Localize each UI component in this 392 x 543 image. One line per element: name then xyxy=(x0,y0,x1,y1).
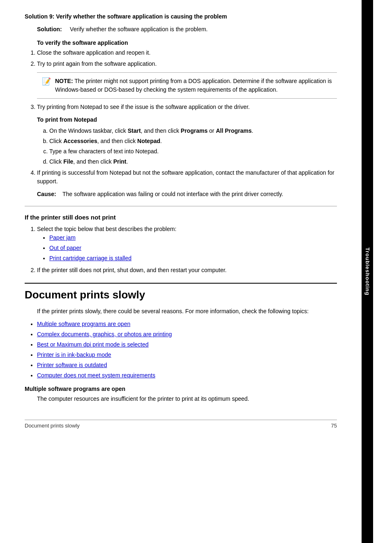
notepad-step-d: Click File, and then click Print. xyxy=(49,157,337,166)
printer-still-step2: If the printer still does not print, shu… xyxy=(37,266,337,275)
link-ink-backup: Printer is in ink-backup mode xyxy=(37,351,337,359)
link-carriage-stalled: Print cartridge carriage is stalled xyxy=(49,254,337,263)
link-software-outdated: Printer software is outdated xyxy=(37,361,337,370)
sidebar-tab: Troubleshooting xyxy=(362,0,373,543)
note-text: The printer might not support printing f… xyxy=(55,78,332,93)
solution9-solution-line: Solution: Verify whether the software ap… xyxy=(37,25,337,34)
print-notepad-heading: To print from Notepad xyxy=(37,116,337,124)
note-icon: 📝 xyxy=(42,76,52,94)
document-prints-heading: Document prints slowly xyxy=(25,283,337,301)
main-content: Solution 9: Verify whether the software … xyxy=(0,0,362,543)
cause-line: Cause: The software application was fail… xyxy=(37,190,337,199)
divider-1 xyxy=(25,206,337,206)
note-label: NOTE: xyxy=(55,78,73,84)
multiple-programs-heading: Multiple software programs are open xyxy=(25,386,337,392)
document-prints-links: Multiple software programs are open Comp… xyxy=(37,320,337,380)
verify-step-1: Close the software application and reope… xyxy=(37,49,337,57)
solution9-solution-text: Verify whether the software application … xyxy=(70,26,208,32)
link-best-max-dpi: Best or Maximum dpi print mode is select… xyxy=(37,340,337,349)
verify-subheading: To verify the software application xyxy=(37,39,337,46)
verify-step-2: Try to print again from the software app… xyxy=(37,60,337,99)
notepad-step-a: On the Windows taskbar, click Start, and… xyxy=(49,127,337,135)
footer-right: 75 xyxy=(331,423,337,429)
notepad-step-b: Click Accessories, and then click Notepa… xyxy=(49,137,337,146)
printer-still-step1: Select the topic below that best describ… xyxy=(37,225,337,263)
link-system-requirements: Computer does not meet system requiremen… xyxy=(37,371,337,380)
printer-still-links: Paper jam Out of paper Print cartridge c… xyxy=(49,233,337,263)
link-complex-docs: Complex documents, graphics, or photos a… xyxy=(37,330,337,339)
link-paper-jam: Paper jam xyxy=(49,233,337,242)
page: Solution 9: Verify whether the software … xyxy=(0,0,392,543)
print-notepad-list: On the Windows taskbar, click Start, and… xyxy=(49,127,337,166)
sidebar-tab-label: Troubleshooting xyxy=(364,247,371,296)
document-prints-intro: If the printer prints slowly, there coul… xyxy=(37,307,337,316)
printer-still-heading: If the printer still does not print xyxy=(25,214,337,221)
link-out-of-paper: Out of paper xyxy=(49,244,337,252)
verify-steps-list: Close the software application and reope… xyxy=(37,49,337,186)
cause-text: The software application was failing or … xyxy=(62,191,283,197)
notepad-step-c: Type a few characters of text into Notep… xyxy=(49,147,337,156)
cause-label: Cause: xyxy=(37,191,56,197)
solution9-heading: Solution 9: Verify whether the software … xyxy=(25,12,337,21)
printer-still-list: Select the topic below that best describ… xyxy=(37,225,337,275)
verify-step-3: Try printing from Notepad to see if the … xyxy=(37,103,337,166)
note-content: NOTE: The printer might not support prin… xyxy=(55,77,332,94)
link-multiple-programs: Multiple software programs are open xyxy=(37,320,337,328)
solution-label: Solution: xyxy=(37,26,62,32)
verify-step-4: If printing is successful from Notepad b… xyxy=(37,169,337,186)
note-box: 📝 NOTE: The printer might not support pr… xyxy=(37,72,337,99)
multiple-programs-text: The computer resources are insufficient … xyxy=(37,395,337,403)
footer-left: Document prints slowly xyxy=(25,423,80,429)
footer: Document prints slowly 75 xyxy=(25,420,337,429)
